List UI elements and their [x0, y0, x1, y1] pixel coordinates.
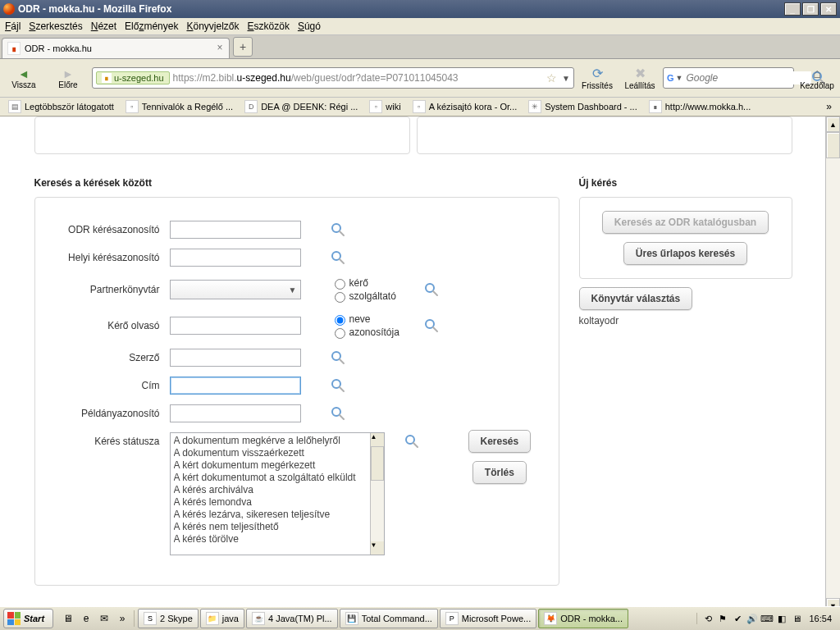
tab-current[interactable]: ∎ ODR - mokka.hu ×: [2, 38, 230, 58]
bookmark-3[interactable]: ▫wiki: [364, 98, 405, 115]
new-tab-button[interactable]: +: [233, 37, 253, 57]
task-skype[interactable]: S2 Skype: [138, 609, 199, 628]
restore-button[interactable]: ❐: [802, 2, 819, 16]
url-bar[interactable]: ∎ u-szeged.hu https://m2.bibl.u-szeged.h…: [92, 67, 574, 89]
home-button[interactable]: ⌂ Kezdőlap: [797, 62, 837, 94]
label-partner: Partnerkönyvtár: [52, 284, 167, 295]
lookup-local-id-icon[interactable]: [331, 250, 345, 265]
firefox-icon: [3, 3, 15, 15]
bookmark-star-icon[interactable]: ☆: [546, 71, 557, 84]
window-titlebar: ODR - mokka.hu - Mozilla Firefox _ ❐ ✕: [0, 0, 840, 18]
content-viewport: Keresés a kérések között ODR kérésazonos…: [0, 116, 840, 614]
input-item-id[interactable]: [170, 404, 301, 422]
tray-icon-4[interactable]: 🔊: [746, 613, 758, 624]
search-input[interactable]: [684, 71, 811, 84]
scroll-up-icon[interactable]: ▲: [371, 433, 384, 446]
listbox-scrollbar[interactable]: ▲ ▼: [370, 433, 384, 555]
ql-desktop-icon[interactable]: 🖥: [60, 610, 76, 627]
scroll-thumb[interactable]: [371, 446, 384, 481]
tray-icon-2[interactable]: ⚑: [717, 613, 728, 624]
tray-icon-5[interactable]: ⌨: [761, 613, 773, 624]
bookmarks-overflow-icon[interactable]: »: [821, 101, 837, 112]
ql-ie-icon[interactable]: e: [78, 610, 94, 627]
label-local-id: Helyi kérésazonosító: [52, 252, 167, 263]
input-local-id[interactable]: [170, 249, 301, 267]
powerpoint-icon: P: [445, 612, 459, 625]
task-java-platform[interactable]: ☕4 Java(TM) Pl...: [246, 609, 338, 628]
menu-file[interactable]: Fájl: [5, 21, 21, 32]
tab-close-icon[interactable]: ×: [214, 42, 226, 53]
bookmark-5[interactable]: ✳System Dashboard - ...: [523, 98, 642, 115]
combo-partner[interactable]: ▼: [170, 280, 301, 299]
page-icon: ▤: [8, 100, 21, 113]
url-dropdown-icon[interactable]: ▼: [562, 74, 570, 83]
bookmark-2[interactable]: DDEA @ DEENK: Régi ...: [240, 98, 363, 115]
page-icon: ▫: [369, 100, 382, 113]
svg-line-3: [340, 231, 344, 235]
lookup-odr-id-icon[interactable]: [331, 222, 345, 237]
radio-reader-id[interactable]: azonosítója: [331, 326, 421, 339]
menu-help[interactable]: Súgó: [298, 21, 321, 32]
choose-library-button[interactable]: Könyvtár választás: [579, 287, 693, 310]
search-engine-dropdown-icon[interactable]: ▼: [676, 74, 683, 82]
minimize-button[interactable]: _: [784, 2, 801, 16]
radio-partner-provider[interactable]: szolgáltató: [331, 290, 421, 303]
search-box[interactable]: G ▼: [663, 67, 794, 89]
stop-button[interactable]: ✖ Leállítás: [620, 62, 660, 94]
scroll-down-icon[interactable]: ▼: [371, 541, 384, 555]
ql-outlook-icon[interactable]: ✉: [96, 610, 112, 627]
reload-button[interactable]: ⟳ Frissítés: [578, 62, 617, 94]
window-title: ODR - mokka.hu - Mozilla Firefox: [18, 3, 783, 15]
bookmark-6[interactable]: ∎http://www.mokka.h...: [644, 98, 756, 115]
tray-clock[interactable]: 16:54: [806, 614, 835, 623]
input-reader[interactable]: [170, 317, 301, 335]
radio-partner-requester[interactable]: kérő: [331, 276, 421, 290]
bookmark-4[interactable]: ▫A kézisajtó kora - Or...: [408, 98, 523, 115]
catalog-search-button[interactable]: Keresés az ODR katalógusban: [602, 211, 769, 234]
menu-edit[interactable]: Szerkesztés: [29, 21, 82, 32]
label-status: Kérés státusza: [52, 432, 167, 447]
lookup-status-icon[interactable]: [404, 434, 419, 449]
back-button[interactable]: ◄ Vissza: [3, 62, 44, 94]
search-button[interactable]: Keresés: [468, 430, 532, 453]
lookup-item-id-icon[interactable]: [331, 406, 345, 421]
input-author[interactable]: [170, 349, 301, 367]
listbox-status[interactable]: A dokumentum megkérve a lelőhelyről A do…: [170, 432, 385, 555]
forward-button[interactable]: ► Előre: [48, 62, 89, 94]
menu-view[interactable]: Nézet: [91, 21, 116, 32]
page-scroll-up-icon[interactable]: ▲: [826, 116, 840, 132]
task-totalcmd[interactable]: 💾Total Command...: [340, 609, 438, 628]
site-identity[interactable]: ∎ u-szeged.hu: [96, 71, 170, 84]
tray-icon-6[interactable]: ◧: [776, 613, 788, 624]
lookup-title-icon[interactable]: [331, 378, 345, 393]
ql-overflow-icon[interactable]: »: [114, 610, 130, 627]
task-powerpoint[interactable]: PMicrosoft Powe...: [440, 609, 536, 628]
input-title[interactable]: [170, 377, 301, 395]
bookmark-most-visited[interactable]: ▤Legtöbbször látogatott: [3, 98, 119, 115]
lookup-partner-icon[interactable]: [424, 282, 439, 297]
page-scrollbar[interactable]: ▲ ▼: [825, 116, 840, 614]
radio-reader-name[interactable]: neve: [331, 313, 421, 326]
lookup-reader-icon[interactable]: [424, 318, 439, 333]
task-firefox[interactable]: 🦊ODR - mokka...: [538, 609, 628, 628]
task-java-folder[interactable]: 📁java: [200, 609, 244, 628]
page-scroll-thumb[interactable]: [826, 132, 840, 158]
clear-button[interactable]: Törlés: [472, 461, 527, 484]
menu-tools[interactable]: Eszközök: [248, 21, 290, 32]
menu-bookmarks[interactable]: Könyvjelzők: [186, 21, 239, 32]
bookmark-1[interactable]: ▫Tennivalók a Regélő ...: [121, 98, 238, 115]
windows-flag-icon: [7, 612, 21, 625]
lookup-author-icon[interactable]: [331, 350, 345, 365]
close-window-button[interactable]: ✕: [820, 2, 837, 16]
menu-history[interactable]: Előzmények: [125, 21, 178, 32]
input-odr-id[interactable]: [170, 221, 301, 239]
tray-icon-7[interactable]: 🖥: [791, 613, 802, 624]
start-button[interactable]: Start: [3, 609, 53, 628]
svg-line-13: [340, 387, 344, 391]
top-panel-right: [417, 116, 792, 154]
tray-icon-1[interactable]: ⟲: [702, 613, 714, 624]
tray-icon-3[interactable]: ✔: [732, 613, 743, 624]
new-request-panel: Keresés az ODR katalógusban Üres űrlapos…: [579, 197, 792, 279]
blank-form-button[interactable]: Üres űrlapos keresés: [623, 242, 747, 265]
label-odr-id: ODR kérésazonosító: [52, 224, 167, 235]
